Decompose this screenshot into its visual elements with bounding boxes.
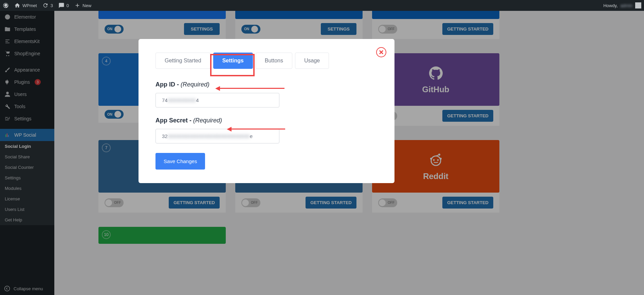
required-hint: (Required) xyxy=(181,81,209,88)
required-hint: (Required) xyxy=(193,117,222,124)
plus-icon xyxy=(74,2,80,8)
label-text: App ID - xyxy=(155,81,181,88)
app-secret-input[interactable]: 3200000000000000000000000000000e xyxy=(155,129,279,143)
modal-tabs: Getting Started Settings Buttons Usage xyxy=(155,53,378,69)
close-icon xyxy=(379,50,384,55)
app-id-label: App ID - (Required) xyxy=(155,81,378,88)
wp-logo[interactable] xyxy=(3,2,9,8)
user-menu[interactable]: Howdy, admin xyxy=(603,2,641,8)
howdy-text: Howdy, xyxy=(603,3,618,8)
comments-link[interactable]: 0 xyxy=(58,2,69,8)
close-button[interactable] xyxy=(376,47,386,57)
app-id-input[interactable]: 7400000000004 xyxy=(155,93,279,107)
wp-adminbar: WPmet 3 0 New Howdy, admin xyxy=(0,0,644,11)
username: admin xyxy=(621,3,632,8)
label-text: App Secret - xyxy=(155,117,193,124)
comments-count: 0 xyxy=(67,3,69,8)
tab-settings[interactable]: Settings xyxy=(213,53,253,69)
updates-link[interactable]: 3 xyxy=(42,2,53,8)
new-label: New xyxy=(82,3,91,8)
site-name: WPmet xyxy=(22,3,37,8)
tab-usage[interactable]: Usage xyxy=(295,53,329,69)
save-changes-button[interactable]: Save Changes xyxy=(155,153,205,170)
tab-buttons[interactable]: Buttons xyxy=(256,53,292,69)
wordpress-icon xyxy=(3,2,9,8)
home-icon xyxy=(14,2,20,8)
tab-getting-started[interactable]: Getting Started xyxy=(155,53,210,69)
avatar xyxy=(635,2,641,8)
updates-count: 3 xyxy=(51,3,53,8)
site-link[interactable]: WPmet xyxy=(14,2,37,8)
app-secret-label: App Secret - (Required) xyxy=(155,117,378,124)
comment-icon xyxy=(58,2,65,8)
settings-modal: Getting Started Settings Buttons Usage A… xyxy=(139,39,394,183)
refresh-icon xyxy=(42,2,49,8)
new-link[interactable]: New xyxy=(74,2,91,8)
